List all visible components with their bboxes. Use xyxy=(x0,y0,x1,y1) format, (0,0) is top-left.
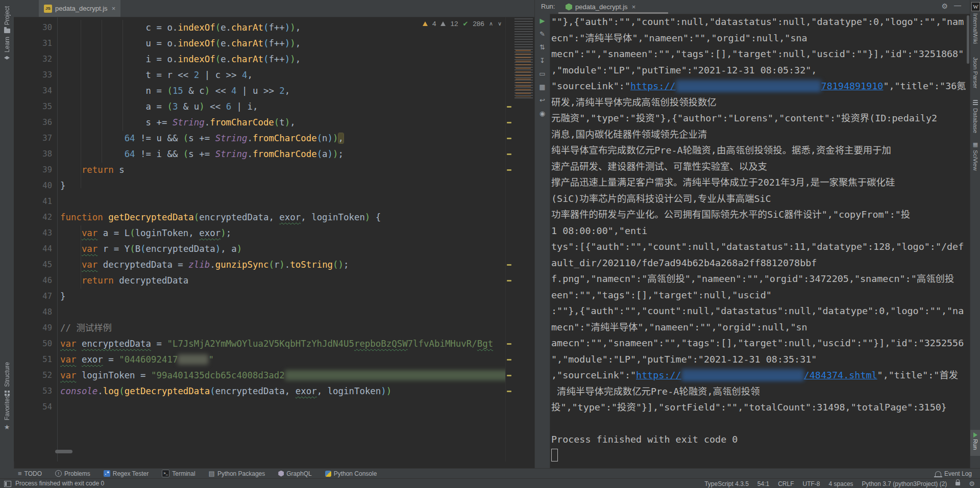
restore-layout-icon[interactable]: ▦ xyxy=(535,80,550,93)
change-marker xyxy=(507,138,511,139)
status-indent[interactable]: 4 spaces xyxy=(829,480,853,487)
sidebar-item-sciview[interactable]: ▦ SciView xyxy=(970,142,980,171)
console-link[interactable]: https:// xyxy=(636,370,681,380)
change-marker xyxy=(507,280,511,281)
console-line: 撑产品迅速上量满足客户需求。清纯半导体成立于2021年3月,是一家聚焦于碳化硅 xyxy=(551,174,966,191)
code-line: return s xyxy=(60,162,505,178)
console-line: ault_dir/202110/fde7ad94b62b4a268a2ff881… xyxy=(551,255,966,271)
console-link[interactable]: https:// xyxy=(630,81,676,91)
code-line: n = (15 & c) << 4 | u >> 2, xyxy=(60,83,505,99)
line-number: 31 xyxy=(14,36,57,52)
run-label: Run: xyxy=(541,3,555,10)
bell-icon xyxy=(935,471,941,476)
console-line xyxy=(551,448,966,464)
internalwiki-icon[interactable]: W xyxy=(971,2,980,11)
tool-python-console[interactable]: Python Console xyxy=(325,470,377,477)
tool-graphql[interactable]: GraphQL xyxy=(278,470,311,477)
run-tab[interactable]: pedata_decrypt.js × xyxy=(561,0,640,14)
chevron-up-icon[interactable]: ∧ xyxy=(489,20,493,27)
close-icon[interactable]: × xyxy=(112,5,116,12)
soft-wrap-icon[interactable]: ↩ xyxy=(535,93,550,107)
status-line-endings[interactable]: CRLF xyxy=(778,480,794,487)
rerun-button[interactable]: ▶ xyxy=(535,14,550,27)
lock-icon[interactable] xyxy=(955,482,960,485)
status-caret-position[interactable]: 54:1 xyxy=(757,480,769,487)
console-line: Process finished with exit code 0 xyxy=(551,431,966,448)
weak-warning-count: 12 xyxy=(450,20,458,28)
line-number: 49 xyxy=(14,320,57,336)
hide-panel-icon[interactable]: — xyxy=(954,1,961,9)
code-line: return decryptedData xyxy=(60,273,505,289)
scroll-to-end-icon[interactable]: ↧ xyxy=(535,54,550,67)
pin-icon[interactable]: ◉ xyxy=(535,107,550,120)
code-line: a = (3 & u) << 6 | i, xyxy=(60,99,505,115)
gear-icon[interactable]: ⚙ xyxy=(941,2,948,10)
status-language[interactable]: TypeScript 4.3.5 xyxy=(704,480,749,487)
line-number: 42 xyxy=(14,210,57,225)
horizontal-scrollbar[interactable] xyxy=(55,450,72,453)
sidebar-item-structure[interactable]: Structure xyxy=(0,362,14,396)
code-area[interactable]: r = o.indexOf(e.charAt(f++)), c = o.inde… xyxy=(60,17,505,415)
console-scrollbar[interactable] xyxy=(967,15,969,64)
sidebar-item-json-parser[interactable]: Json Parser xyxy=(970,57,980,88)
editor-tab[interactable]: JS pedata_decrypt.js × xyxy=(39,0,120,17)
run-console[interactable]: ""},{"auth":"","count":null,"datastatus"… xyxy=(551,14,966,468)
clear-console-icon[interactable]: ▭ xyxy=(535,67,550,80)
code-line: 64 != u && (s += String.fromCharCode(n))… xyxy=(60,131,505,146)
console-line: 研发,清纯半导体完成高瓴创投领投数亿 xyxy=(551,94,966,111)
line-number: 47 xyxy=(14,289,57,304)
event-log-label: Event Log xyxy=(944,470,972,477)
problems-icon: ! xyxy=(55,470,62,477)
run-toolbar: ▶✎⇅↧▭▦↩◉ xyxy=(535,14,550,468)
error-stripe[interactable] xyxy=(505,17,514,461)
tool-window-switcher-icon[interactable] xyxy=(4,481,11,487)
run-tool-window: Run: pedata_decrypt.js × ⚙ — ▶✎⇅↧▭▦↩◉ ""… xyxy=(534,0,970,468)
tool-label: Terminal xyxy=(172,470,195,477)
minimap[interactable] xyxy=(514,18,533,100)
sidebar-item-label: Favorites xyxy=(4,395,11,420)
change-marker xyxy=(507,391,511,392)
sidebar-item-label: Learn xyxy=(4,37,11,53)
console-link[interactable]: /484374.shtml xyxy=(804,370,877,380)
status-interpreter[interactable]: Python 3.7 (python3Project) (2) xyxy=(862,480,947,487)
tool-problems[interactable]: ! Problems xyxy=(55,470,90,477)
tool-window-bar: ≡ TODO ! Problems .* Regex Tester >_ Ter… xyxy=(14,468,980,478)
tool-label: GraphQL xyxy=(286,470,311,477)
sidebar-item-learn[interactable]: Learn xyxy=(0,37,14,62)
event-log-button[interactable]: Event Log xyxy=(935,470,972,477)
close-icon[interactable]: × xyxy=(632,3,636,11)
sidebar-item-favorites[interactable]: Favorites ★ xyxy=(0,395,14,430)
code-line: 64 != i && (s += String.fromCharCode(a))… xyxy=(60,146,505,162)
sidebar-item-internalwiki[interactable]: InternalWiki xyxy=(970,13,980,44)
edit-configuration-icon[interactable]: ✎ xyxy=(535,27,550,40)
code-editor[interactable]: 3031323334353637383940414243444546474849… xyxy=(14,17,534,461)
highlighting-level-icon[interactable]: ⚙ xyxy=(969,480,975,487)
status-message: Process finished with exit code 0 xyxy=(15,480,104,487)
run-header: Run: pedata_decrypt.js × ⚙ — xyxy=(535,0,970,14)
gutter-separator xyxy=(57,17,58,461)
chevron-down-icon[interactable]: ∨ xyxy=(498,20,502,27)
inspections-widget[interactable]: 4 12 ✔ 286 ∧ ∨ xyxy=(420,17,505,30)
line-number: 39 xyxy=(14,162,57,178)
line-number: 51 xyxy=(14,352,57,368)
console-line: f.png","namecn":"高瓴创投","nameen":"","orgi… xyxy=(551,271,966,287)
status-encoding[interactable]: UTF-8 xyxy=(803,480,820,487)
sidebar-item-database[interactable]: Database xyxy=(970,100,980,133)
change-marker xyxy=(507,106,511,108)
sort-icon[interactable]: ⇅ xyxy=(535,40,550,54)
sidebar-item-label: InternalWiki xyxy=(972,13,978,44)
tool-python-packages[interactable]: ▤ Python Packages xyxy=(209,470,265,477)
sidebar-item-run[interactable]: Run xyxy=(970,430,980,456)
tool-todo[interactable]: ≡ TODO xyxy=(18,470,42,477)
indent-guide xyxy=(81,20,81,188)
sidebar-item-label: Run xyxy=(972,439,978,450)
code-line: console.log(getDecryptedData(encryptedDa… xyxy=(60,383,505,399)
console-link[interactable]: 78194891910 xyxy=(821,81,884,91)
console-line: ,"sourceLink":"https:///484374.shtml","t… xyxy=(551,367,966,383)
indent-guide xyxy=(81,225,81,289)
tool-terminal[interactable]: >_ Terminal xyxy=(162,470,195,477)
passed-count: 286 xyxy=(473,20,484,28)
sidebar-item-project[interactable]: Project xyxy=(0,6,14,33)
grid-icon: ▦ xyxy=(973,142,978,147)
tool-regex-tester[interactable]: .* Regex Tester xyxy=(104,470,149,477)
